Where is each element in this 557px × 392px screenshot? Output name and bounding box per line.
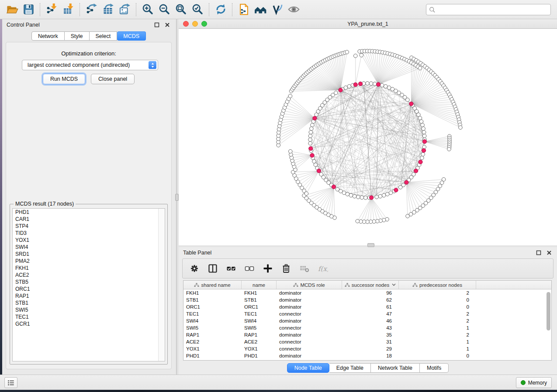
graph-node[interactable] — [309, 131, 313, 134]
optimization-select[interactable]: largest connected component (undirected) — [22, 60, 158, 70]
table-row[interactable]: TEC1TEC1connector472 — [183, 310, 551, 317]
mcds-result-item[interactable]: SWI5 — [13, 306, 165, 313]
mcds-result-item[interactable]: FKH1 — [13, 265, 165, 272]
task-history-button[interactable] — [4, 377, 17, 388]
mcds-result-item[interactable]: CAR1 — [13, 216, 165, 223]
home-button[interactable] — [252, 2, 269, 17]
add-column-button[interactable] — [261, 262, 274, 275]
graph-mcds-node[interactable] — [422, 148, 426, 152]
column-header-predecessor-nodes[interactable]: predecessor nodes — [399, 281, 476, 289]
zoom-in-button[interactable] — [139, 2, 156, 17]
graph-node[interactable] — [356, 195, 360, 199]
table-row[interactable]: SWI5SWI5connector431 — [183, 324, 551, 331]
splitter-grip[interactable] — [175, 194, 179, 201]
mcds-result-item[interactable]: YOX1 — [13, 237, 165, 244]
mcds-result-item[interactable]: SWI4 — [13, 244, 165, 251]
mcds-result-item[interactable]: STB1 — [13, 299, 165, 306]
mcds-result-item[interactable]: ACE2 — [13, 272, 165, 279]
graph-mcds-node[interactable] — [332, 185, 336, 189]
graph-node[interactable] — [356, 219, 360, 223]
graph-mcds-node[interactable] — [414, 169, 418, 173]
graph-node[interactable] — [308, 138, 312, 142]
zoom-selected-button[interactable] — [189, 2, 206, 17]
tab-node-table[interactable]: Node Table — [287, 363, 329, 373]
columns-button[interactable] — [206, 262, 219, 275]
graph-node[interactable] — [308, 141, 312, 145]
float-panel-icon[interactable] — [535, 249, 542, 256]
mcds-result-item[interactable]: STP4 — [13, 223, 165, 230]
graph-mcds-node[interactable] — [419, 160, 422, 164]
graph-node[interactable] — [349, 193, 353, 197]
graph-node[interactable] — [398, 186, 402, 189]
graph-mcds-node[interactable] — [394, 188, 398, 192]
mcds-result-item[interactable]: RAP1 — [13, 292, 165, 299]
table-row[interactable]: RAP1RAP1dominator352 — [183, 331, 551, 338]
run-mcds-button[interactable]: Run MCDS — [43, 74, 85, 84]
graph-node[interactable] — [378, 194, 382, 198]
graph-node[interactable] — [389, 191, 393, 195]
graph-node[interactable] — [288, 149, 292, 153]
graph-node[interactable] — [384, 85, 387, 89]
graph-node[interactable] — [418, 66, 422, 70]
graph-node[interactable] — [380, 83, 384, 87]
graph-mcds-node[interactable] — [353, 83, 357, 86]
export-image-button[interactable] — [116, 2, 133, 17]
mcds-result-item[interactable]: TEC1 — [13, 313, 165, 320]
graph-node[interactable] — [422, 134, 426, 138]
graph-node[interactable] — [344, 86, 348, 89]
memory-button[interactable]: Memory — [516, 377, 552, 388]
export-table-button[interactable] — [100, 2, 116, 17]
graph-mcds-node[interactable] — [310, 153, 314, 157]
graph-node[interactable] — [382, 193, 386, 197]
hide-graphics-details-button[interactable] — [269, 2, 285, 17]
graph-node[interactable] — [347, 85, 351, 89]
graph-node[interactable] — [311, 123, 315, 127]
tab-style[interactable]: Style — [65, 31, 90, 41]
graph-mcds-node[interactable] — [317, 169, 321, 173]
mcds-result-item[interactable]: SRD1 — [13, 251, 165, 258]
deselect-all-button[interactable] — [243, 262, 256, 275]
graph-node[interactable] — [312, 159, 316, 163]
zoom-out-button[interactable] — [156, 2, 173, 17]
mcds-result-item[interactable]: ORC1 — [13, 285, 165, 292]
graph-mcds-node[interactable] — [370, 196, 374, 199]
export-network-file-button[interactable] — [235, 2, 252, 17]
graph-node[interactable] — [366, 82, 370, 86]
table-row[interactable]: SWI4SWI4dominator462 — [183, 317, 551, 324]
search-box[interactable] — [426, 4, 551, 15]
graph-node[interactable] — [422, 131, 426, 134]
graph-mcds-node[interactable] — [376, 83, 380, 86]
search-input[interactable] — [437, 7, 548, 13]
graph-node[interactable] — [447, 147, 451, 151]
table-row[interactable]: FKH1FKH1dominator962 — [183, 289, 551, 296]
graph-node[interactable] — [363, 196, 367, 200]
import-table-button[interactable] — [60, 2, 76, 17]
save-button[interactable] — [20, 2, 37, 17]
graph-node[interactable] — [308, 134, 312, 138]
delete-button[interactable] — [280, 262, 293, 275]
graph-node[interactable] — [346, 192, 349, 196]
graph-node[interactable] — [310, 127, 314, 131]
graph-mcds-node[interactable] — [313, 116, 317, 120]
column-header-name[interactable]: name — [242, 281, 277, 289]
mcds-result-item[interactable]: PHD1 — [13, 209, 165, 216]
graph-node[interactable] — [353, 54, 357, 58]
graph-node[interactable] — [418, 116, 422, 120]
close-panel-button[interactable]: Close panel — [91, 74, 135, 84]
graph-node[interactable] — [288, 94, 292, 98]
refresh-button[interactable] — [212, 2, 229, 17]
graph-mcds-node[interactable] — [309, 147, 313, 151]
table-row[interactable]: PHD1PHD1dominator180 — [183, 352, 551, 359]
graph-node[interactable] — [420, 156, 424, 160]
table-row[interactable]: YOX1YOX1connector291 — [183, 345, 551, 352]
graph-node[interactable] — [385, 192, 389, 196]
graph-node[interactable] — [360, 53, 363, 57]
graph-mcds-node[interactable] — [358, 82, 362, 86]
table-row[interactable]: STB1STB1dominator620 — [183, 296, 551, 303]
tab-mcds[interactable]: MCDS — [117, 31, 146, 41]
export-network-button[interactable] — [83, 2, 100, 17]
mcds-result-item[interactable]: PMA2 — [13, 258, 165, 265]
graph-node[interactable] — [334, 91, 338, 95]
list-scrollbar[interactable] — [158, 209, 165, 361]
network-graph[interactable] — [179, 29, 557, 245]
